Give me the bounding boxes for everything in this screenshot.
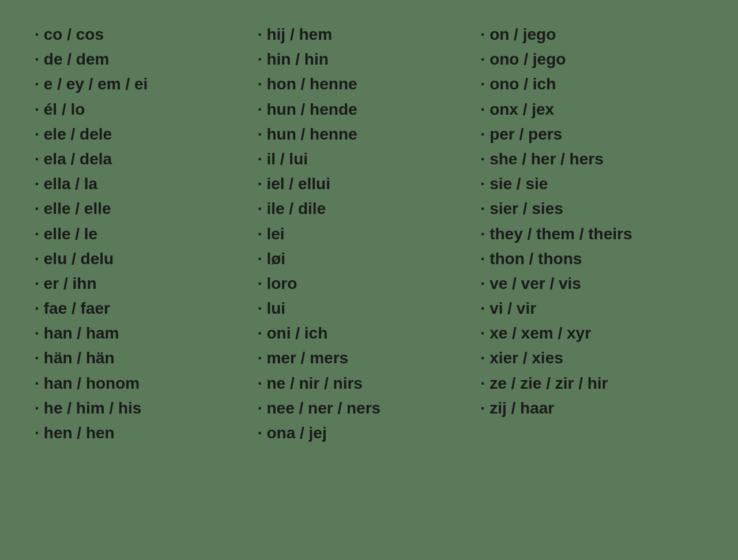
list-item: ·elle / le: [35, 223, 258, 245]
bullet-icon: ·: [480, 247, 485, 270]
list-item: ·sie / sie: [480, 172, 703, 195]
list-item: ·løi: [258, 247, 481, 270]
list-item: ·fae / faer: [35, 297, 258, 320]
pronoun-text: hun / hende: [266, 98, 357, 121]
pronoun-text: il / lui: [266, 148, 308, 170]
list-item: ·él / lo: [35, 98, 258, 121]
pronoun-text: er / ihn: [44, 272, 97, 295]
pronoun-text: lei: [266, 223, 284, 245]
bullet-icon: ·: [258, 98, 262, 121]
pronoun-text: nee / ner / ners: [266, 397, 381, 419]
pronoun-text: elle / elle: [44, 197, 111, 220]
bullet-icon: ·: [480, 48, 485, 70]
list-item: ·ele / dele: [35, 123, 258, 145]
list-item: ·iel / ellui: [258, 172, 481, 195]
list-item: ·ella / la: [35, 172, 258, 195]
list-item: ·hun / hende: [258, 98, 481, 121]
list-item: ·ona / jej: [258, 422, 481, 444]
pronoun-text: hen / hen: [44, 422, 115, 444]
list-item: ·er / ihn: [35, 272, 258, 295]
list-item: ·they / them / theirs: [480, 223, 703, 245]
list-item: ·ve / ver / vis: [480, 272, 703, 295]
pronoun-text: ella / la: [44, 172, 97, 195]
bullet-icon: ·: [35, 23, 39, 46]
list-item: ·hon / henne: [258, 73, 481, 95]
list-item: ·zij / haar: [480, 397, 703, 419]
pronoun-text: lui: [266, 297, 285, 320]
list-item: ·co / cos: [35, 23, 258, 46]
pronoun-text: on / jego: [490, 23, 556, 46]
pronoun-text: xier / xies: [490, 347, 563, 369]
list-item: ·ono / jego: [480, 48, 703, 70]
bullet-icon: ·: [35, 148, 39, 170]
pronoun-text: hun / henne: [266, 123, 357, 145]
bullet-icon: ·: [258, 197, 262, 220]
bullet-icon: ·: [35, 197, 39, 220]
list-item: ·ono / ich: [480, 73, 703, 95]
list-item: ·sier / sies: [480, 197, 703, 220]
pronoun-text: oni / ich: [266, 322, 327, 344]
bullet-icon: ·: [258, 297, 262, 320]
column-2: ·hij / hem·hin / hin·hon / henne·hun / h…: [258, 23, 481, 444]
pronoun-text: ne / nir / nirs: [266, 372, 362, 394]
list-item: ·nee / ner / ners: [258, 397, 481, 419]
list-item: ·onx / jex: [480, 98, 703, 121]
pronoun-text: hän / hän: [44, 347, 115, 369]
bullet-icon: ·: [35, 223, 39, 245]
pronoun-text: vi / vir: [490, 297, 536, 320]
bullet-icon: ·: [35, 247, 39, 270]
bullet-icon: ·: [35, 397, 39, 419]
list-item: ·hän / hän: [35, 347, 258, 369]
bullet-icon: ·: [480, 272, 485, 295]
bullet-icon: ·: [258, 422, 262, 444]
bullet-icon: ·: [480, 98, 485, 121]
bullet-icon: ·: [480, 123, 485, 145]
list-item: ·han / honom: [35, 372, 258, 394]
bullet-icon: ·: [258, 372, 262, 394]
pronoun-text: ona / jej: [266, 422, 326, 444]
pronoun-text: ve / ver / vis: [490, 272, 581, 295]
bullet-icon: ·: [35, 347, 39, 369]
pronoun-text: mer / mers: [266, 347, 348, 369]
bullet-icon: ·: [480, 347, 485, 369]
bullet-icon: ·: [35, 372, 39, 394]
pronoun-text: ze / zie / zir / hir: [490, 372, 608, 394]
pronoun-text: thon / thons: [490, 247, 582, 270]
list-item: ·hij / hem: [258, 23, 481, 46]
pronoun-list: ·co / cos·de / dem·e / ey / em / ei·él /…: [35, 23, 703, 444]
list-item: ·oni / ich: [258, 322, 481, 344]
pronoun-text: iel / ellui: [266, 172, 330, 195]
bullet-icon: ·: [258, 247, 262, 270]
pronoun-text: zij / haar: [490, 397, 554, 419]
bullet-icon: ·: [480, 148, 485, 170]
bullet-icon: ·: [35, 172, 39, 195]
list-item: ·il / lui: [258, 148, 481, 170]
pronoun-text: e / ey / em / ei: [44, 73, 148, 95]
list-item: ·she / her / hers: [480, 148, 703, 170]
pronoun-text: elle / le: [44, 223, 97, 245]
pronoun-text: they / them / theirs: [490, 223, 632, 245]
pronoun-text: ela / dela: [44, 148, 112, 170]
list-item: ·de / dem: [35, 48, 258, 70]
list-item: ·e / ey / em / ei: [35, 73, 258, 95]
list-item: ·he / him / his: [35, 397, 258, 419]
list-item: ·ela / dela: [35, 148, 258, 170]
bullet-icon: ·: [480, 322, 485, 344]
bullet-icon: ·: [35, 322, 39, 344]
bullet-icon: ·: [258, 73, 262, 95]
list-item: ·elle / elle: [35, 197, 258, 220]
pronoun-text: per / pers: [490, 123, 562, 145]
list-item: ·lei: [258, 223, 481, 245]
pronoun-text: hij / hem: [266, 23, 332, 46]
pronoun-text: ile / dile: [266, 197, 326, 220]
bullet-icon: ·: [258, 48, 262, 70]
bullet-icon: ·: [258, 347, 262, 369]
bullet-icon: ·: [258, 272, 262, 295]
list-item: ·han / ham: [35, 322, 258, 344]
list-item: ·thon / thons: [480, 247, 703, 270]
bullet-icon: ·: [480, 73, 485, 95]
bullet-icon: ·: [35, 98, 39, 121]
bullet-icon: ·: [258, 23, 262, 46]
list-item: ·hen / hen: [35, 422, 258, 444]
pronoun-text: él / lo: [44, 98, 85, 121]
